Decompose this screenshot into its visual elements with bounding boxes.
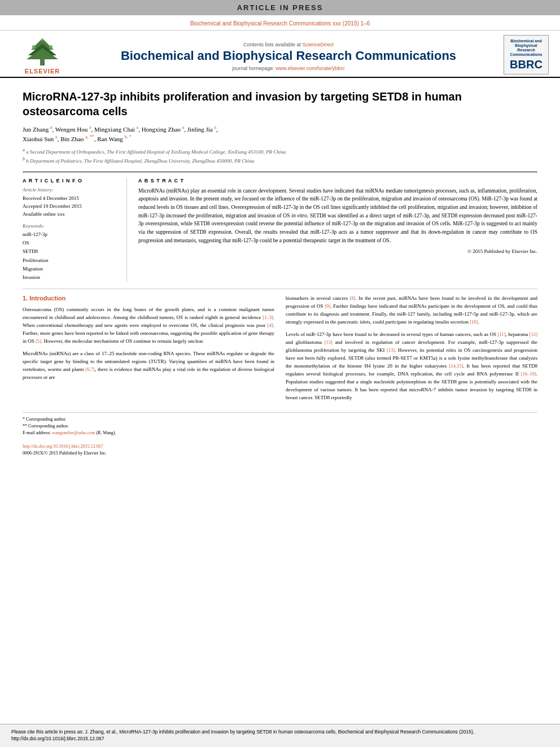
article-info-label: A R T I C L E I N F O [23, 178, 120, 184]
logo-row: ELSEVIER Contents lists available at Sci… [0, 30, 560, 78]
elsevier-logo: ELSEVIER [11, 36, 73, 75]
contents-label: Contents lists available at ScienceDirec… [243, 42, 334, 47]
separator [23, 289, 537, 289]
abstract-text: MicroRNAs (miRNAs) play an essential rol… [138, 187, 537, 245]
journal-header-bar: Biochemical and Biophysical Research Com… [0, 15, 560, 30]
citation-bar: Please cite this article in press as: J.… [0, 724, 560, 747]
right-para1: biomarkers in several cancers [8]. In th… [286, 295, 537, 326]
journal-homepage: journal homepage: www.elsevier.com/locat… [79, 65, 498, 71]
elsevier-tree-icon [20, 36, 65, 67]
elsevier-label: ELSEVIER [25, 68, 60, 75]
article-title: MicroRNA-127-3p inhibits proliferation a… [23, 89, 537, 119]
article-in-press-banner: ARTICLE IN PRESS [0, 0, 560, 15]
banner-text: ARTICLE IN PRESS [237, 3, 323, 12]
journal-main-title: Biochemical and Biophysical Research Com… [79, 49, 498, 63]
contents-available-text: Contents lists available at ScienceDirec… [79, 38, 498, 49]
keywords-list: miR-127-3p OS SETD8 Proliferation Migrat… [23, 230, 120, 282]
abstract-col: A B S T R A C T MicroRNAs (miRNAs) play … [138, 178, 537, 282]
body-content: 1. Introduction Osteosarcoma (OS) common… [23, 295, 537, 406]
bbrc-logo: Biochemical and Biophysical Research Com… [504, 35, 549, 75]
journal-name-small: Biochemical and Biophysical Research Com… [190, 20, 370, 27]
article-info-abstract-row: A R T I C L E I N F O Article history: R… [23, 172, 537, 282]
svg-point-5 [49, 45, 53, 49]
footnotes-area: * Corresponding author. ** Corresponding… [23, 412, 537, 457]
history-label: Article history: [23, 187, 120, 193]
svg-point-6 [41, 39, 43, 41]
keywords-label: Keywords: [23, 223, 120, 229]
doi-link[interactable]: http://dx.doi.org/10.1016/j.bbrc.2015.12… [23, 444, 103, 449]
footnote-corresponding1: * Corresponding author. [23, 416, 537, 423]
email-link[interactable]: wangranfire@sahu.com [52, 430, 95, 435]
page-container: ARTICLE IN PRESS Biochemical and Biophys… [0, 0, 560, 747]
right-para2: Levels of miR-127-3p have been found to … [286, 331, 537, 401]
affiliations: a a Second Department of Orthopaedics, T… [23, 147, 537, 164]
footnote-corresponding2: ** Corresponding author. [23, 423, 537, 430]
body-left-col: 1. Introduction Osteosarcoma (OS) common… [23, 295, 274, 406]
issn-text: 0006-291X/© 2015 Published by Elsevier I… [23, 450, 537, 457]
copyright-line: © 2015 Published by Elsevier Inc. [138, 248, 537, 254]
bbrc-label: BBRC [510, 58, 542, 71]
homepage-link[interactable]: www.elsevier.com/locate/ybbrc [275, 65, 345, 71]
footnote-email: E-mail address: wangranfire@sahu.com (R.… [23, 430, 537, 436]
abstract-label: A B S T R A C T [138, 178, 537, 184]
article-info-col: A R T I C L E I N F O Article history: R… [23, 178, 127, 282]
history-dates: Received 4 December 2015 Accepted 19 Dec… [23, 194, 120, 219]
intro-para2: MicroRNAs (miRNAs) are a class of 17–25 … [23, 350, 274, 382]
main-content: MicroRNA-127-3p inhibits proliferation a… [0, 78, 560, 724]
intro-heading: 1. Introduction [23, 295, 274, 302]
body-right-col: biomarkers in several cancers [8]. In th… [286, 295, 537, 406]
authors: Jun Zhang a, Wengen Hou a, Mingxiang Cha… [23, 124, 537, 143]
svg-point-4 [32, 45, 36, 49]
journal-title-block: Contents lists available at ScienceDirec… [73, 38, 504, 71]
intro-para1: Osteosarcoma (OS) commonly occurs in the… [23, 306, 274, 346]
sciencedirect-link[interactable]: ScienceDirect [303, 42, 334, 47]
